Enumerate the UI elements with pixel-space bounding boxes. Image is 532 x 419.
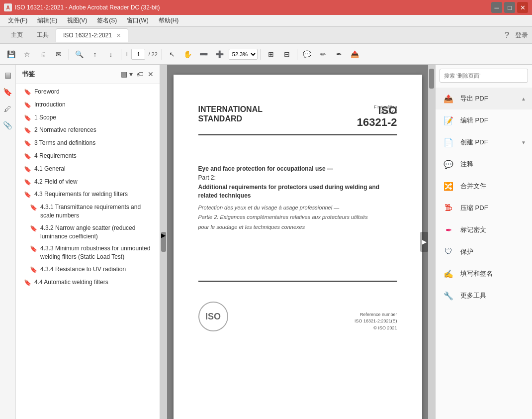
- maximize-button[interactable]: □: [504, 2, 515, 13]
- list-item[interactable]: 🔖 2 Normative references: [16, 124, 160, 137]
- email-button[interactable]: ✉: [52, 47, 66, 61]
- create-pdf-arrow: ▼: [521, 140, 526, 145]
- list-item[interactable]: 🔖 4.3 Requirements for welding filters: [16, 188, 160, 201]
- sidebar-header-right: ▤ ▾ 🏷 ✕: [121, 70, 154, 78]
- right-item-export-pdf[interactable]: 📤 导出 PDF ▲: [436, 88, 532, 109]
- resize-handle[interactable]: ▶: [161, 232, 166, 252]
- list-item[interactable]: 🔖 4.4 Automatic welding filters: [16, 276, 160, 289]
- help-button[interactable]: ?: [505, 31, 509, 40]
- hand-tool-button[interactable]: ✋: [181, 47, 195, 61]
- bookmark-label: 4.1 General: [34, 165, 154, 173]
- pdf-title-block: Eye and face protection for occupational…: [198, 165, 397, 231]
- list-item[interactable]: 🔖 3 Terms and definitions: [16, 137, 160, 150]
- share-button[interactable]: 📤: [348, 47, 362, 61]
- fit-page-button[interactable]: ⊞: [264, 47, 278, 61]
- markup-button[interactable]: ✒: [332, 47, 346, 61]
- login-button[interactable]: 登录: [515, 31, 528, 40]
- print-button[interactable]: 🖨: [36, 47, 50, 61]
- scroll-thumb[interactable]: [429, 69, 434, 89]
- pdf-intl-std-1: INTERNATIONAL: [198, 105, 263, 114]
- sidebar-close-button[interactable]: ✕: [148, 70, 154, 78]
- right-item-edit-pdf[interactable]: 📝 编辑 PDF: [436, 109, 532, 131]
- tab-close-button[interactable]: ✕: [116, 32, 121, 38]
- right-item-more-tools[interactable]: 🔧 更多工具: [436, 285, 532, 307]
- menu-help[interactable]: 帮助(H): [155, 15, 183, 26]
- pdf-area[interactable]: ▶ First edition 2021-03 INTERNATIONAL ST…: [160, 65, 435, 419]
- panel-icon-annotation[interactable]: 🖊: [2, 103, 13, 115]
- panel-icon-page[interactable]: ▤: [2, 69, 13, 82]
- compress-label: 压缩 PDF: [460, 204, 526, 212]
- app-icon: A: [4, 3, 12, 11]
- bookmark-label: 1 Scope: [34, 113, 154, 122]
- scroll-right-arrow[interactable]: ▶: [420, 232, 428, 252]
- tab-document[interactable]: ISO 16321-2:2021 ✕: [56, 28, 128, 42]
- right-item-protect[interactable]: 🛡 保护: [436, 241, 532, 263]
- zoom-in-button[interactable]: ➕: [213, 47, 227, 61]
- list-item[interactable]: 🔖 4.2 Field of view: [16, 176, 160, 189]
- search-input[interactable]: [440, 69, 528, 83]
- bookmark-label: 2 Normative references: [34, 126, 154, 134]
- title-bar-left: A ISO 16321-2:2021 - Adobe Acrobat Reade…: [4, 3, 160, 11]
- tab-home[interactable]: 主页: [4, 28, 30, 42]
- panel-icon-bookmark[interactable]: 🔖: [1, 86, 14, 99]
- right-item-combine[interactable]: 🔀 合并文件: [436, 175, 532, 197]
- right-item-create-pdf[interactable]: 📄 创建 PDF ▼: [436, 131, 532, 153]
- menu-view[interactable]: 视图(V): [63, 15, 91, 26]
- next-page-button[interactable]: ↓: [104, 47, 118, 61]
- menu-sign[interactable]: 签名(S): [93, 15, 121, 26]
- main-layout: ▤ 🔖 🖊 📎 书签 ▤ ▾ 🏷 ✕ 🔖 Foreword 🔖 Introduc…: [0, 65, 532, 419]
- left-scroll-resize[interactable]: ▶: [160, 65, 167, 419]
- list-item[interactable]: 🔖 4 Requirements: [16, 150, 160, 163]
- list-item[interactable]: 🔖 1 Scope: [16, 111, 160, 124]
- comment-label: 注释: [460, 160, 526, 169]
- comment-button[interactable]: 💬: [300, 47, 314, 61]
- zoom-out-button2[interactable]: ➖: [197, 47, 211, 61]
- bookmark-add-button[interactable]: ☆: [20, 47, 34, 61]
- pdf-logo-text: ISO: [205, 312, 221, 322]
- list-item[interactable]: 🔖 4.3.4 Resistance to UV radiation: [16, 263, 160, 276]
- more-tools-icon: 🔧: [442, 289, 455, 303]
- close-button[interactable]: ✕: [517, 2, 528, 13]
- sidebar-options-button[interactable]: ▤ ▾: [121, 70, 133, 78]
- minimize-button[interactable]: ─: [491, 2, 502, 13]
- right-item-redact[interactable]: ✒ 标记密文: [436, 219, 532, 241]
- right-item-compress[interactable]: 🗜 压缩 PDF: [436, 197, 532, 219]
- panel-icon-attachment[interactable]: 📎: [1, 119, 14, 132]
- vertical-scrollbar[interactable]: [428, 65, 435, 419]
- save-button[interactable]: 💾: [4, 47, 18, 61]
- right-search: [440, 69, 528, 83]
- cursor-tool-button[interactable]: ↖: [165, 47, 179, 61]
- bookmark-icon: 🔖: [24, 88, 31, 97]
- pdf-title-part: Part 2:: [198, 174, 397, 181]
- sidebar-title: 书签: [22, 70, 35, 79]
- menu-window[interactable]: 窗口(W): [123, 15, 152, 26]
- page-number-input[interactable]: [131, 49, 145, 60]
- sidebar-tag-button[interactable]: 🏷: [137, 70, 144, 78]
- list-item[interactable]: 🔖 4.3.2 Narrow angle scatter (reduced lu…: [16, 222, 160, 243]
- tab-bar-right: ? 登录: [505, 31, 528, 40]
- pdf-edition: First edition 2021-03: [374, 105, 397, 114]
- highlight-button[interactable]: ✏: [316, 47, 330, 61]
- list-item[interactable]: 🔖 4.3.3 Minimum robustness for unmounted…: [16, 242, 160, 263]
- pdf-title-sub: Additional requirements for protectors u…: [198, 183, 397, 200]
- page-total: / 22: [148, 51, 157, 57]
- list-item[interactable]: 🔖 4.3.1 Transmittance requirements and s…: [16, 201, 160, 222]
- tab-tools[interactable]: 工具: [30, 28, 56, 42]
- rotate-button[interactable]: ⊟: [280, 47, 294, 61]
- zoom-select[interactable]: 52.3% 25% 50% 75% 100% 150% 200%: [229, 49, 258, 60]
- right-item-comment[interactable]: 💬 注释: [436, 153, 532, 175]
- list-item[interactable]: 🔖 Foreword: [16, 86, 160, 99]
- bookmark-icon: 🔖: [24, 101, 31, 109]
- right-item-fill-sign[interactable]: ✍ 填写和签名: [436, 263, 532, 285]
- list-item[interactable]: 🔖 Introduction: [16, 99, 160, 111]
- bookmark-icon: 🔖: [30, 245, 37, 253]
- pdf-intl-std-2: STANDARD: [198, 114, 263, 123]
- prev-page-button[interactable]: ↑: [88, 47, 102, 61]
- zoom-out-button[interactable]: 🔍: [72, 47, 86, 61]
- create-pdf-icon: 📄: [442, 135, 455, 149]
- pdf-ref-number: Reference number: [355, 312, 397, 318]
- menu-edit[interactable]: 编辑(E): [33, 15, 61, 26]
- menu-file[interactable]: 文件(F): [4, 15, 31, 26]
- list-item[interactable]: 🔖 4.1 General: [16, 163, 160, 176]
- pdf-divider-top: [198, 134, 397, 135]
